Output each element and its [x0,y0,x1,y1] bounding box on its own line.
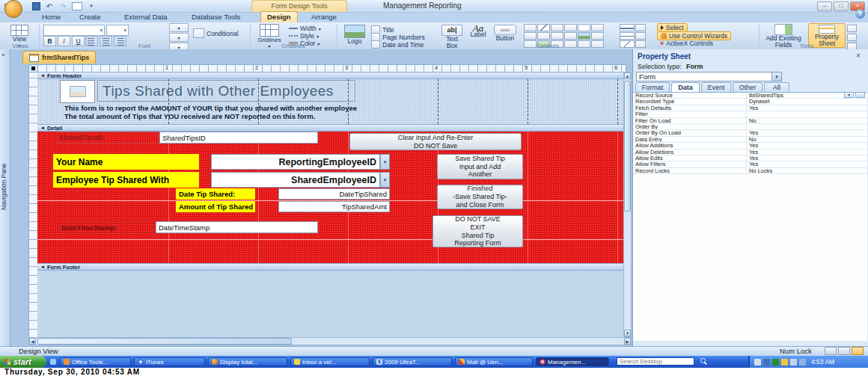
conditional-button[interactable]: Conditional [193,28,239,38]
prop-tab-format[interactable]: Format [635,82,670,92]
taskbar-item-management[interactable]: Managemen... [536,357,609,366]
amount-tip-shared-textbox[interactable]: TipSharedAmt [278,201,390,212]
taskbar-item-office-tools[interactable]: Office Tools... [60,357,131,366]
tab-order-icon[interactable] [847,25,857,32]
start-button[interactable]: start [0,356,46,368]
font-size-combo[interactable]: ▾ [106,25,129,36]
font-color-icon[interactable]: ▾ [169,33,189,42]
button-control-button[interactable]: xxxx Button [491,25,519,42]
restore-button[interactable]: □ [834,1,849,11]
font-name-combo[interactable]: ▾ [43,25,105,36]
special-effect-icon[interactable] [635,24,646,31]
tab-external-data[interactable]: External Data [118,12,174,22]
property-value[interactable] [747,111,867,117]
property-value[interactable]: Yes [747,130,867,135]
undo-icon[interactable]: ↶ [45,2,54,10]
document-tab-frmsharedtips[interactable]: frmSharedTips [22,51,96,64]
datetimestamp-label[interactable]: DateTimeStamp: [58,221,153,233]
gridline-style-item[interactable]: Style ▾ [289,32,319,40]
property-value[interactable]: Yes [747,105,867,111]
check-box-icon[interactable] [551,32,563,40]
taskbar-item-itunes[interactable]: iTunes [134,357,205,366]
form-footer-area[interactable] [37,271,623,337]
chart-icon[interactable] [578,24,590,31]
office-button-icon[interactable] [4,0,22,18]
record-source-dropdown-icon[interactable]: ▾ [844,92,854,98]
property-value[interactable]: Yes [747,161,867,167]
property-value[interactable]: Yes [747,150,867,155]
property-value[interactable]: Yes [747,143,867,148]
vertical-scroll-thumb[interactable] [624,81,631,212]
do-not-save-exit-button[interactable]: DO NOT SAVE EXIT Shared Tip Reporting Fo… [433,215,523,247]
taskbar-item-inbox[interactable]: Inbox a vel... [290,357,370,366]
rectangle-icon[interactable] [537,32,550,40]
list-box-icon[interactable] [524,32,537,40]
search-desktop-input[interactable] [617,357,694,366]
shared-employee-combo[interactable]: SharedEmployeeID [211,172,380,188]
form-view-button[interactable] [825,347,837,355]
tray-usb-icon[interactable] [799,359,806,366]
taskbar-item-display-total[interactable]: Display total... [208,357,287,366]
scroll-up-icon[interactable]: ▲ [624,73,631,79]
tab-arrange[interactable]: Arrange [305,12,343,22]
qat-customize-dropdown-icon[interactable]: ▾ [87,2,96,10]
nav-pane-expand-icon[interactable]: » [1,52,4,58]
property-sheet-close-icon[interactable]: × [856,52,861,60]
logo-button[interactable]: Logo [341,25,368,45]
logo-image-control[interactable] [60,80,95,103]
clear-input-button[interactable]: Clear Input And Re-Enter DO NOT Save [349,133,522,150]
redo-icon[interactable]: ↷ [58,2,67,10]
save-icon[interactable] [31,2,40,10]
line-thickness-icon[interactable] [620,24,635,31]
finished-save-close-button[interactable]: Finished -Save Shared Tip- and Close For… [437,185,523,209]
sharedtipsid-label[interactable]: SharedTipsID: [56,132,159,144]
subform-in-new-window-icon[interactable] [847,34,857,41]
property-value[interactable]: Yes [747,155,867,161]
prop-tab-other[interactable]: Other [733,82,762,92]
tab-control-icon[interactable] [551,24,563,31]
fill-color-icon[interactable]: ▾ [169,23,189,32]
tab-database-tools[interactable]: Database Tools [186,12,246,22]
date-tip-shared-label[interactable]: Date Tip Shared: [176,188,255,200]
search-icon[interactable] [699,357,708,366]
taskbar-item-mail[interactable]: Mail @ Uen... [455,357,533,366]
tray-volume-icon[interactable] [790,359,797,366]
form-header-section-bar[interactable]: ◄ Form Header [37,72,623,79]
property-value[interactable]: Dynaset [747,99,867,104]
scroll-down-icon[interactable]: ▼ [624,330,631,336]
label-button[interactable]: Aa Label [467,25,489,38]
form-footer-section-bar[interactable]: ◄ Form Footer [37,263,623,271]
prop-tab-event[interactable]: Event [701,82,731,92]
record-source-builder-icon[interactable]: ... [855,92,865,98]
quick-launch-icon[interactable] [50,359,56,365]
save-shared-tip-button[interactable]: Save Shared Tip Input and Add Another [437,154,523,179]
sharedtipsid-textbox[interactable]: SharedTipsID [159,132,318,144]
form-description-line1[interactable]: This form is to report the AMOUNT of YOU… [64,104,409,112]
property-value[interactable]: No Locks [747,168,867,173]
date-tip-shared-textbox[interactable]: DateTipShared [278,188,390,200]
datetimestamp-textbox[interactable]: DateTimeStamp [156,221,318,233]
image-icon[interactable] [578,32,590,40]
reporting-employee-dropdown-icon[interactable]: ▾ [380,154,390,170]
minimize-button[interactable]: – [817,1,832,11]
property-value[interactable]: No [747,118,867,123]
tray-clock[interactable]: 4:53 AM [811,358,834,366]
reporting-employee-combo[interactable]: ReportingEmployeeID [211,154,380,170]
tray-network-icon[interactable] [754,359,761,366]
gridline-width-item[interactable]: Width ▾ [289,25,321,32]
insert-page-icon[interactable] [564,24,577,31]
shape-icon[interactable] [635,32,646,40]
your-name-label[interactable]: Your Name [53,154,199,170]
amount-tip-shared-label[interactable]: Amount of Tip Shared [176,201,255,212]
prop-tab-data[interactable]: Data [671,82,700,92]
tab-design[interactable]: Design [260,11,298,23]
tab-create[interactable]: Create [73,12,107,22]
prop-tab-all[interactable]: All [764,82,789,92]
property-value[interactable] [747,124,867,129]
shared-employee-dropdown-icon[interactable]: ▾ [380,172,390,188]
datasheet-view-button[interactable] [838,347,850,355]
detail-section-bar[interactable]: ◄ Detail [37,124,623,132]
line-icon[interactable] [537,24,550,31]
tray-antivirus-icon[interactable] [772,359,779,366]
combo-box-icon[interactable] [524,24,537,31]
